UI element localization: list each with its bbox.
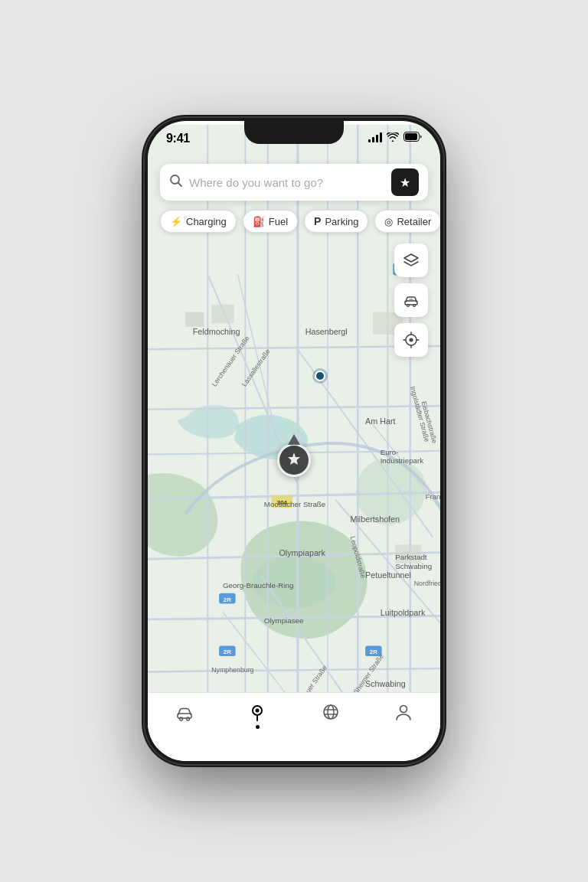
favorites-button[interactable]: ★ [391, 168, 419, 196]
svg-point-95 [179, 717, 182, 720]
svg-text:Euro-: Euro- [381, 448, 399, 456]
filter-chips: ⚡ Charging ⛽ Fuel P Parking ◎ Retailer [160, 210, 428, 233]
svg-text:Schwabing: Schwabing [365, 679, 406, 688]
status-icons [368, 132, 422, 144]
nav-map-pin[interactable] [247, 702, 267, 729]
svg-text:Schwabing: Schwabing [395, 562, 432, 570]
svg-text:Hasenbergl: Hasenbergl [305, 327, 348, 336]
nav-car[interactable] [175, 702, 194, 722]
map-pin-nav-icon [247, 702, 267, 722]
battery-icon [403, 132, 422, 144]
svg-point-89 [410, 338, 413, 342]
chip-charging-label: Charging [186, 216, 227, 227]
svg-point-98 [256, 709, 260, 713]
retailer-icon: ◎ [384, 216, 393, 227]
svg-point-85 [407, 305, 410, 307]
star-icon: ★ [400, 175, 410, 190]
svg-point-100 [324, 705, 338, 719]
svg-rect-81 [405, 133, 417, 140]
svg-text:Nordfried...: Nordfried... [414, 580, 440, 587]
svg-rect-44 [211, 305, 234, 323]
signal-icon [368, 133, 382, 142]
svg-rect-84 [405, 301, 417, 305]
wifi-icon [387, 132, 399, 144]
svg-text:Nymphenburg: Nymphenburg [211, 666, 253, 674]
svg-rect-43 [185, 312, 204, 328]
car-view-button[interactable] [394, 283, 428, 317]
bottom-nav [148, 692, 440, 761]
svg-text:Moosacher Straße: Moosacher Straße [264, 500, 325, 508]
notch [244, 121, 344, 144]
chip-parking-label: Parking [325, 216, 358, 227]
svg-point-101 [328, 705, 334, 719]
svg-text:Georg-Brauchle-Ring: Georg-Brauchle-Ring [223, 581, 293, 590]
svg-text:Olympiasee: Olympiasee [264, 616, 304, 625]
parking-icon: P [314, 215, 321, 227]
svg-text:Industriepark: Industriepark [381, 456, 424, 465]
fuel-icon: ⛽ [253, 216, 265, 227]
svg-text:2R: 2R [370, 648, 377, 655]
svg-text:Milbertshofen: Milbertshofen [350, 514, 400, 524]
my-location-button[interactable] [394, 323, 428, 357]
svg-point-104 [400, 706, 407, 713]
globe-nav-icon [321, 702, 341, 722]
svg-text:Luitpoldpark: Luitpoldpark [381, 608, 426, 617]
location-indicator [315, 371, 325, 381]
svg-text:Olympiapark: Olympiapark [279, 548, 325, 557]
svg-text:Feldmoching: Feldmoching [193, 327, 240, 336]
chip-charging[interactable]: ⚡ Charging [160, 210, 237, 233]
chip-retailer-label: Retailer [397, 216, 431, 227]
svg-point-86 [413, 305, 416, 307]
charging-icon: ⚡ [170, 216, 182, 227]
chip-retailer[interactable]: ◎ Retailer [374, 210, 440, 233]
search-placeholder: Where do you want to go? [189, 176, 385, 189]
svg-line-83 [178, 182, 182, 186]
svg-text:Am Hart: Am Hart [365, 416, 395, 426]
chip-fuel-label: Fuel [269, 216, 288, 227]
map-controls [394, 243, 428, 357]
car-position-marker [277, 443, 311, 477]
svg-text:2R: 2R [224, 596, 231, 603]
layers-button[interactable] [394, 243, 428, 277]
svg-text:Petueltunnel: Petueltunnel [365, 570, 411, 580]
svg-point-96 [186, 717, 189, 720]
profile-nav-icon [394, 702, 413, 722]
chip-parking[interactable]: P Parking [304, 210, 368, 233]
chip-fuel[interactable]: ⛽ Fuel [243, 210, 298, 233]
active-nav-indicator [256, 725, 260, 729]
svg-text:2R: 2R [224, 648, 231, 655]
nav-globe[interactable] [321, 702, 341, 722]
car-nav-icon [175, 702, 194, 722]
svg-text:Parkstadt: Parkstadt [395, 553, 427, 561]
status-time: 9:41 [166, 132, 190, 145]
search-icon [169, 174, 183, 191]
nav-profile[interactable] [394, 702, 413, 722]
search-bar[interactable]: Where do you want to go? ★ [160, 164, 428, 201]
svg-text:Frankfurter Ring: Frankfurter Ring [425, 492, 440, 501]
